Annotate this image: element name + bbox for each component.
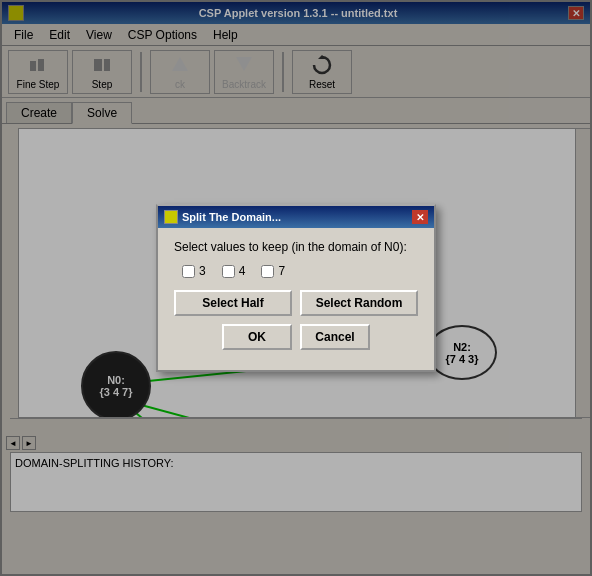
cancel-button[interactable]: Cancel	[300, 324, 370, 350]
checkbox-3-value: 3	[199, 264, 206, 278]
modal-title: Split The Domain...	[182, 211, 412, 223]
select-half-button[interactable]: Select Half	[174, 290, 292, 316]
modal-icon	[164, 210, 178, 224]
checkbox-row: 3 4 7	[174, 264, 418, 278]
split-domain-modal: Split The Domain... ✕ Select values to k…	[156, 204, 436, 372]
checkbox-4-value: 4	[239, 264, 246, 278]
modal-close-button[interactable]: ✕	[412, 210, 428, 224]
checkbox-7-value: 7	[278, 264, 285, 278]
modal-prompt: Select values to keep (in the domain of …	[174, 240, 418, 254]
modal-title-bar: Split The Domain... ✕	[158, 206, 434, 228]
checkbox-4[interactable]	[222, 265, 235, 278]
checkbox-7[interactable]	[261, 265, 274, 278]
modal-ok-cancel-row: OK Cancel	[174, 324, 418, 358]
select-random-button[interactable]: Select Random	[300, 290, 418, 316]
checkbox-3[interactable]	[182, 265, 195, 278]
ok-button[interactable]: OK	[222, 324, 292, 350]
modal-content: Select values to keep (in the domain of …	[158, 228, 434, 370]
modal-action-buttons: Select Half Select Random	[174, 290, 418, 316]
checkbox-7-label[interactable]: 7	[261, 264, 285, 278]
modal-overlay: Split The Domain... ✕ Select values to k…	[0, 0, 592, 576]
checkbox-3-label[interactable]: 3	[182, 264, 206, 278]
checkbox-4-label[interactable]: 4	[222, 264, 246, 278]
